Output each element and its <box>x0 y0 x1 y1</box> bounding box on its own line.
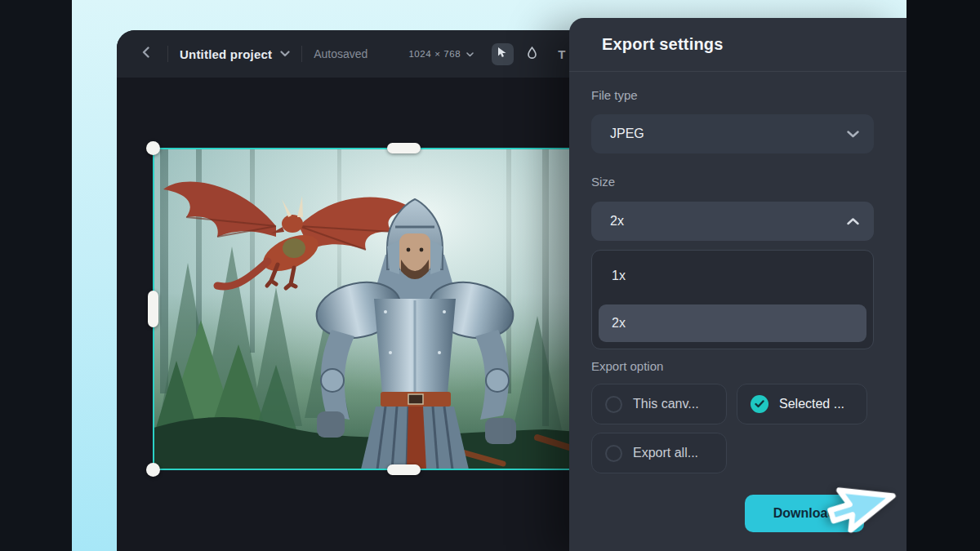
project-title-button[interactable]: Untitled project <box>180 47 290 61</box>
size-select[interactable]: 2x <box>591 202 874 241</box>
panel-header: Export settings <box>569 18 906 72</box>
export-option-label: Export option <box>591 359 663 373</box>
size-label: Size <box>591 175 615 189</box>
export-option-selected[interactable]: Selected ... <box>737 384 867 424</box>
export-option-this-canvas[interactable]: This canv... <box>591 384 727 424</box>
color-tool-button[interactable] <box>521 43 543 65</box>
text-tool-icon: T <box>558 47 565 61</box>
screenshot-stage: Untitled project Autosaved 1024 × 768 <box>0 0 980 551</box>
chevron-up-icon <box>847 218 859 225</box>
size-option-2x[interactable]: 2x <box>599 304 866 342</box>
chevron-left-icon <box>142 47 149 61</box>
resize-handle-left-center[interactable] <box>148 291 158 327</box>
check-icon <box>751 395 768 413</box>
resize-handle-bottom-left[interactable] <box>146 463 160 477</box>
chevron-down-icon <box>847 131 859 138</box>
chip-label: Selected ... <box>779 397 844 411</box>
right-black-bar <box>906 0 980 551</box>
chevron-down-icon <box>280 51 290 57</box>
export-settings-panel: Export settings File type JPEG Size 2x 1… <box>569 18 906 551</box>
panel-title: Export settings <box>602 35 724 54</box>
chip-label: This canv... <box>633 397 699 411</box>
autosave-status: Autosaved <box>314 47 368 60</box>
size-option-1x[interactable]: 1x <box>599 254 866 298</box>
select-tool-button[interactable] <box>492 43 514 65</box>
toolbar-divider <box>301 46 302 62</box>
file-type-select[interactable]: JPEG <box>591 114 874 153</box>
radio-unchecked-icon <box>605 445 622 462</box>
export-option-export-all[interactable]: Export all... <box>591 433 727 473</box>
file-type-value: JPEG <box>610 127 644 141</box>
canvas-size-button[interactable]: 1024 × 768 <box>408 49 474 59</box>
resize-handle-top-center[interactable] <box>387 143 421 153</box>
cursor-icon <box>497 47 508 62</box>
chip-label: Export all... <box>633 446 698 460</box>
back-button[interactable] <box>135 43 156 64</box>
size-dropdown-list: 1x 2x <box>591 250 874 349</box>
file-type-label: File type <box>591 88 638 102</box>
size-value: 2x <box>610 214 624 229</box>
droplet-icon <box>527 47 537 62</box>
left-black-bar <box>0 0 72 551</box>
project-title: Untitled project <box>180 47 272 61</box>
pointer-arrow-icon <box>820 484 897 542</box>
canvas-size-value: 1024 × 768 <box>408 49 461 59</box>
radio-unchecked-icon <box>605 396 622 413</box>
resize-handle-bottom-center[interactable] <box>387 464 421 475</box>
chevron-down-icon <box>466 49 474 59</box>
toolbar-divider <box>167 46 168 62</box>
resize-handle-top-left[interactable] <box>146 141 160 155</box>
